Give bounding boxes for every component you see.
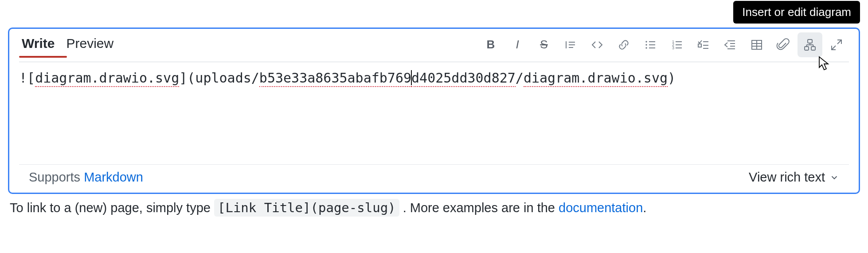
attach-icon — [776, 38, 790, 52]
outdent-icon — [723, 38, 737, 52]
quote-icon — [563, 38, 578, 52]
markdown-editor: Write Preview B I S — [8, 28, 860, 194]
md-text-spell: diagram.drawio.svg — [524, 70, 668, 87]
outdent-button[interactable] — [718, 32, 743, 57]
supports-markdown: Supports Markdown — [29, 170, 143, 185]
tab-preview[interactable]: Preview — [63, 33, 116, 56]
svg-text:S: S — [540, 38, 547, 51]
table-icon — [750, 38, 764, 52]
code-button[interactable] — [585, 32, 610, 57]
markdown-content[interactable]: ![diagram.drawio.svg](uploads/b53e33a863… — [19, 70, 676, 86]
editor-tabs: Write Preview — [19, 33, 116, 56]
help-post: . More examples are in the — [403, 201, 559, 215]
help-period: . — [643, 201, 646, 215]
md-text-spell: d4025dd30d827 — [411, 70, 516, 87]
svg-point-11 — [645, 47, 647, 48]
view-rich-text[interactable]: View rich text — [749, 170, 839, 185]
ul-button[interactable] — [638, 32, 663, 57]
strike-icon: S — [537, 38, 551, 52]
diagram-button[interactable] — [798, 32, 822, 57]
fullscreen-button[interactable] — [824, 32, 849, 57]
diagram-icon — [803, 38, 817, 52]
md-text: ) — [668, 70, 676, 86]
tooltip-diagram: Insert or edit diagram — [733, 1, 860, 24]
supports-label: Supports — [29, 170, 84, 184]
md-text: ](uploads/ — [179, 70, 259, 86]
svg-line-39 — [832, 46, 836, 50]
help-pre: To link to a (new) page, simply type — [10, 201, 214, 215]
documentation-link[interactable]: documentation — [559, 201, 643, 215]
code-icon — [590, 38, 604, 52]
svg-text:3: 3 — [672, 46, 674, 50]
ul-icon — [643, 38, 657, 52]
editor-toolbar: Write Preview B I S — [9, 29, 859, 57]
quote-button[interactable] — [558, 32, 583, 57]
bold-icon: B — [484, 38, 498, 52]
link-icon — [617, 38, 631, 52]
tasklist-button[interactable] — [691, 32, 716, 57]
tasklist-icon — [696, 38, 711, 52]
svg-rect-32 — [805, 47, 809, 50]
fullscreen-icon — [829, 38, 844, 52]
help-code: [Link Title](page-slug) — [214, 199, 399, 217]
active-tab-indicator — [19, 56, 67, 58]
svg-text:B: B — [487, 38, 495, 51]
link-button[interactable] — [611, 32, 636, 57]
editor-textarea[interactable]: ![diagram.drawio.svg](uploads/b53e33a863… — [9, 62, 859, 164]
tab-write[interactable]: Write — [19, 33, 57, 56]
format-tools: B I S — [478, 32, 849, 57]
svg-rect-20 — [698, 44, 701, 47]
table-button[interactable] — [744, 32, 769, 57]
svg-point-9 — [645, 44, 647, 45]
md-text: / — [516, 70, 524, 86]
editor-footer: Supports Markdown View rich text — [19, 164, 849, 193]
svg-rect-33 — [811, 47, 815, 50]
help-text: To link to a (new) page, simply type [Li… — [8, 200, 860, 215]
svg-line-38 — [837, 40, 841, 44]
ol-icon: 1 2 3 — [670, 38, 684, 52]
md-text: ![ — [19, 70, 35, 86]
svg-point-7 — [645, 41, 647, 42]
md-text-spell: diagram.drawio.svg — [35, 70, 179, 87]
italic-icon: I — [510, 38, 524, 52]
md-text-spell: b53e33a8635abafb769 — [259, 70, 411, 87]
rich-text-label: View rich text — [749, 170, 825, 185]
chevron-down-icon — [829, 173, 839, 182]
svg-text:I: I — [516, 38, 519, 51]
attach-button[interactable] — [771, 32, 796, 57]
markdown-link[interactable]: Markdown — [84, 170, 143, 184]
bold-button[interactable]: B — [478, 32, 503, 57]
italic-button[interactable]: I — [505, 32, 530, 57]
ol-button[interactable]: 1 2 3 — [665, 32, 689, 57]
strike-button[interactable]: S — [532, 32, 556, 57]
svg-rect-31 — [808, 40, 812, 43]
